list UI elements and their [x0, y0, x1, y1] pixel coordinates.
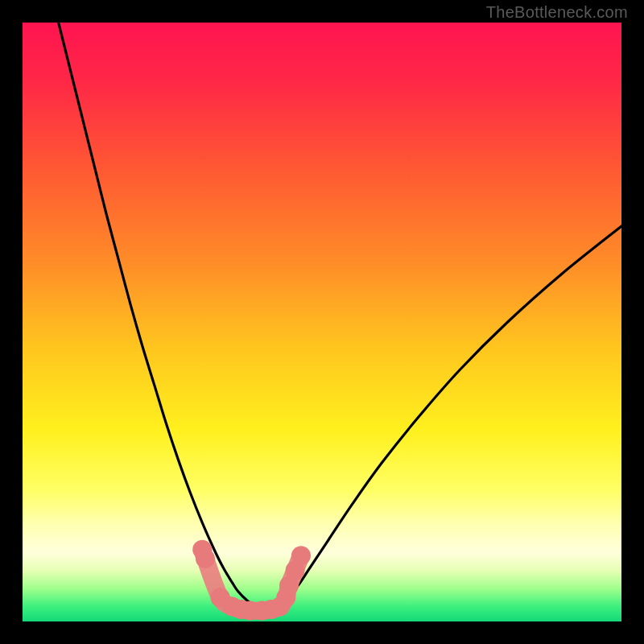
- left-branch-curve: [59, 23, 278, 609]
- watermark-text: TheBottleneck.com: [486, 3, 628, 22]
- data-point: [291, 546, 311, 565]
- right-branch-curve: [277, 226, 621, 609]
- chart-curves: [23, 23, 621, 621]
- plot-area: [23, 23, 621, 621]
- data-point: [196, 549, 215, 568]
